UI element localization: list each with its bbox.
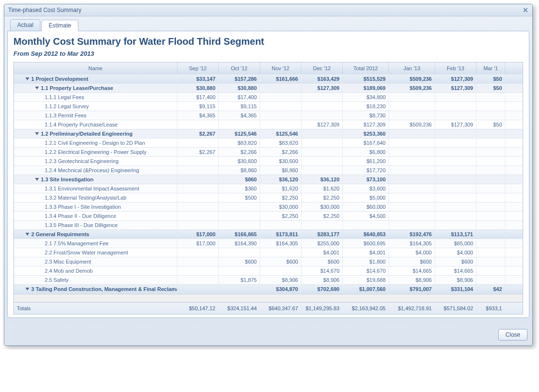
- expand-icon[interactable]: [25, 288, 29, 291]
- expand-icon[interactable]: [35, 132, 39, 135]
- cell-mar13: $50: [476, 75, 505, 83]
- cell-dec12: [301, 102, 343, 111]
- cell-oct12: $166,865: [219, 230, 260, 239]
- table-row[interactable]: 1.1 Property Lease/Purchase$30,880$30,88…: [14, 84, 523, 93]
- expand-icon[interactable]: [25, 233, 29, 236]
- table-row[interactable]: 1.2.4 Mechnical (&Process) Engineering$8…: [14, 166, 523, 175]
- col-dec12[interactable]: Dec '12: [301, 63, 343, 74]
- row-name: 1.1 Property Lease/Purchase: [14, 84, 177, 92]
- cell-oct12: $125,546: [219, 129, 260, 138]
- cell-dec12: $4,001: [301, 248, 343, 257]
- table-row[interactable]: 1.1.2 Legal Survey$9,115$9,115$18,230: [14, 102, 523, 111]
- col-nov12[interactable]: Nov '12: [260, 63, 301, 74]
- cell-oct12: [219, 120, 260, 129]
- cell-oct12: $30,600: [219, 157, 260, 165]
- col-name[interactable]: Name: [14, 63, 177, 74]
- cost-summary-dialog: Time-phased Cost Summary ✕ Actual Estima…: [4, 4, 533, 346]
- col-total2012[interactable]: Total 2012: [343, 63, 389, 74]
- cell-feb13: [435, 221, 476, 229]
- tab-estimate[interactable]: Estimate: [41, 20, 78, 31]
- expand-icon[interactable]: [25, 77, 29, 80]
- cell-nov12: $2,250: [260, 212, 301, 220]
- cell-sep12: [177, 266, 219, 275]
- close-button[interactable]: Close: [498, 329, 527, 341]
- table-row[interactable]: 1.2 Preliminary/Detailed Engineering$2,2…: [14, 129, 523, 139]
- cell-oct12: $600: [219, 257, 260, 266]
- cell-feb13: $331,104: [435, 285, 476, 293]
- cell-oct12: $157,286: [219, 75, 260, 83]
- totals-jan13: $1,492,718.91: [389, 303, 435, 314]
- col-feb13[interactable]: Feb '13: [435, 63, 476, 74]
- cell-sep12: [177, 202, 219, 211]
- table-row[interactable]: 2.1 7.5% Management Fee$17,000$164,390$1…: [14, 239, 523, 248]
- cell-dec12: [301, 129, 343, 138]
- cell-feb13: [435, 148, 476, 156]
- table-row[interactable]: 3 Tailing Pond Construction, Management …: [14, 285, 523, 294]
- expand-icon[interactable]: [35, 178, 39, 181]
- cell-nov12: $2,250: [260, 193, 301, 202]
- cell-feb13: [435, 202, 476, 211]
- table-row[interactable]: 1.1.3 Permit Fees$4,365$4,365$8,730: [14, 111, 523, 120]
- panel-hscroll[interactable]: [7, 318, 529, 326]
- table-row[interactable]: 1.2.1 Civil Engineering - Design to 2D P…: [14, 139, 523, 148]
- cell-sep12: [177, 120, 219, 129]
- cell-total2012: $6,800: [343, 148, 389, 156]
- cell-total2012: $8,730: [343, 111, 389, 120]
- table-row[interactable]: 1.3.1 Environmental Impact Assessment$36…: [14, 184, 523, 193]
- table-row[interactable]: 2.5 Safety$1,875$8,906$8,906$19,688$8,90…: [14, 276, 523, 285]
- table-row[interactable]: 1.3.4 Phase II - Due Dilligence$2,250$2,…: [14, 212, 523, 221]
- cell-sep12: [177, 166, 219, 175]
- cell-nov12: $8,906: [260, 276, 301, 284]
- cell-sep12: [177, 157, 219, 165]
- table-row[interactable]: 1.3.3 Phase I - Site Investigation$30,00…: [14, 202, 523, 212]
- date-range: From Sep 2012 to Mar 2013: [13, 50, 523, 57]
- row-name: 2.2 Frost/Snow Water management: [14, 248, 177, 257]
- table-row[interactable]: 1.3.2 Material Testing/Analysis/Lab$500$…: [14, 193, 523, 202]
- cell-jan13: [389, 102, 435, 111]
- cell-sep12: $4,365: [177, 111, 219, 120]
- cell-sep12: [177, 184, 219, 193]
- cell-jan13: [389, 157, 435, 165]
- cell-dec12: $36,120: [301, 175, 343, 184]
- cell-feb13: $8,906: [435, 276, 476, 284]
- cell-jan13: $192,476: [389, 230, 435, 239]
- table-row[interactable]: 1.1.1 Legal Fees$17,400$17,400$34,800: [14, 93, 523, 102]
- row-name: 1.3.4 Phase II - Due Dilligence: [14, 212, 177, 220]
- col-jan13[interactable]: Jan '13: [389, 63, 435, 74]
- cell-feb13: $14,665: [435, 266, 476, 275]
- table-row[interactable]: 2.3 Misc Equipment$600$600$600$1,800$600…: [14, 257, 523, 266]
- cell-nov12: [260, 111, 301, 120]
- col-sep12[interactable]: Sep '12: [177, 63, 219, 74]
- cell-total2012: $61,200: [343, 157, 389, 165]
- cell-sep12: $33,147: [177, 75, 219, 83]
- grid-body[interactable]: 1 Project Development$33,147$157,286$161…: [14, 75, 523, 294]
- table-row[interactable]: 1 Project Development$33,147$157,286$161…: [14, 75, 523, 84]
- totals-mar13: $933,1: [476, 303, 505, 314]
- cell-dec12: $600: [301, 257, 343, 266]
- expand-icon[interactable]: [35, 87, 39, 89]
- table-row[interactable]: 1.3 Site Investigation$860$36,120$36,120…: [14, 175, 523, 184]
- cell-feb13: [435, 193, 476, 202]
- totals-feb13: $571,584.02: [435, 303, 476, 314]
- cell-dec12: [301, 111, 343, 120]
- table-row[interactable]: 2.4 Mob and Demob$14,670$14,670$14,665$1…: [14, 266, 523, 276]
- table-row[interactable]: 1.3.5 Phase III - Due Dilligence: [14, 221, 523, 230]
- table-row[interactable]: 1.2.2 Electrical Engineering - Power Sup…: [14, 148, 523, 157]
- cell-sep12: $2,267: [177, 129, 219, 138]
- cell-sep12: [177, 276, 219, 284]
- table-row[interactable]: 2 General Requirments$17,000$166,865$173…: [14, 230, 523, 239]
- cell-total2012: $3,600: [343, 184, 389, 193]
- tab-actual[interactable]: Actual: [10, 19, 40, 31]
- table-row[interactable]: 1.1.4 Property Purchase/Lease$127,309$12…: [14, 120, 523, 129]
- cell-total2012: $19,688: [343, 276, 389, 284]
- col-oct12[interactable]: Oct '12: [219, 63, 260, 74]
- horizontal-scrollbar[interactable]: [14, 294, 523, 302]
- cell-feb13: $600: [435, 257, 476, 266]
- cell-dec12: $14,670: [301, 266, 343, 275]
- cell-sep12: [177, 248, 219, 257]
- col-mar13[interactable]: Mar '1: [476, 63, 505, 74]
- table-row[interactable]: 2.2 Frost/Snow Water management$4,001$4,…: [14, 248, 523, 257]
- table-row[interactable]: 1.2.3 Geotechnical Engineering$30,600$30…: [14, 157, 523, 166]
- cell-feb13: $127,309: [435, 120, 476, 129]
- close-icon[interactable]: ✕: [523, 6, 528, 14]
